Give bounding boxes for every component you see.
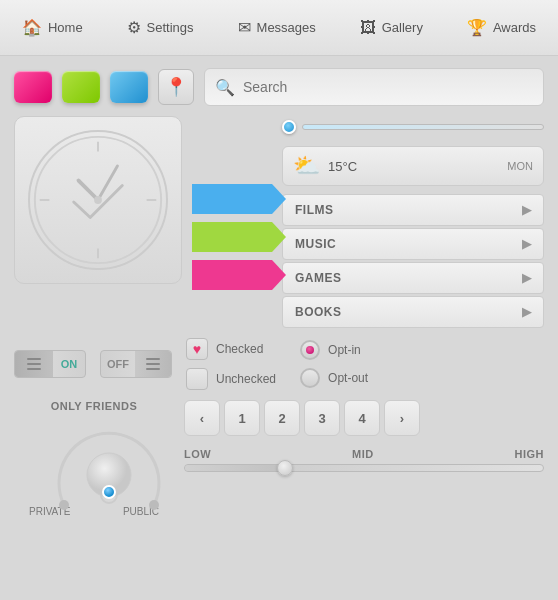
tags-column: [192, 116, 272, 328]
search-input[interactable]: [243, 79, 533, 95]
menu-films-label: FILMS: [295, 203, 334, 217]
location-button[interactable]: 📍: [158, 69, 194, 105]
volume-knob[interactable]: [277, 460, 293, 476]
home-icon: 🏠: [22, 18, 42, 37]
clock-face: [28, 130, 168, 270]
toggle-line-1: [27, 358, 41, 360]
slider-track[interactable]: [302, 124, 544, 130]
books-arrow-icon: ▶: [522, 305, 532, 319]
toggle-off-knob: [142, 354, 164, 374]
pagination-volume-panel: ‹ 1 2 3 4 › LOW MID HIGH: [184, 400, 544, 472]
checkbox-checked[interactable]: ♥: [186, 338, 208, 360]
search-icon: 🔍: [215, 78, 235, 97]
nav-messages[interactable]: ✉ Messages: [228, 10, 326, 45]
volume-low-label: LOW: [184, 448, 211, 460]
menu-music-label: MUSIC: [295, 237, 336, 251]
clock-widget: [14, 116, 182, 284]
menu-item-films[interactable]: FILMS ▶: [282, 194, 544, 226]
pagination-page-1[interactable]: 1: [224, 400, 260, 436]
green-button[interactable]: [62, 71, 100, 103]
svg-line-5: [79, 181, 98, 200]
pagination-page-3[interactable]: 3: [304, 400, 340, 436]
knob-title: ONLY FRIENDS: [51, 400, 138, 412]
nav-awards-label: Awards: [493, 20, 536, 35]
row-clock-menu: ⛅ 15°C MON FILMS ▶ MUSIC ▶ GAMES ▶: [14, 116, 544, 328]
weather-widget: ⛅ 15°C MON: [282, 146, 544, 186]
tag-green[interactable]: [192, 222, 272, 252]
toggle-line-2: [27, 363, 41, 365]
settings-icon: ⚙: [127, 18, 141, 37]
location-icon: 📍: [165, 76, 187, 98]
radio-optout-label: Opt-out: [328, 371, 368, 385]
menu-item-games[interactable]: GAMES ▶: [282, 262, 544, 294]
gallery-icon: 🖼: [360, 19, 376, 37]
toggle-line-b: [146, 363, 160, 365]
pagination-prev[interactable]: ‹: [184, 400, 220, 436]
knob-svg-wrap: [44, 420, 144, 500]
pagination: ‹ 1 2 3 4 ›: [184, 400, 544, 436]
row-controls: ON OFF ♥ Checked Unchec: [14, 338, 544, 390]
menu-item-books[interactable]: BOOKS ▶: [282, 296, 544, 328]
slider-handle[interactable]: [282, 120, 296, 134]
row-buttons-search: 📍 🔍: [14, 68, 544, 106]
toggle-line-a: [146, 358, 160, 360]
pink-button[interactable]: [14, 71, 52, 103]
weather-temperature: 15°C: [328, 159, 499, 174]
menu-books-label: BOOKS: [295, 305, 342, 319]
games-arrow-icon: ▶: [522, 271, 532, 285]
toggle-on[interactable]: ON: [14, 350, 86, 378]
nav-gallery-label: Gallery: [382, 20, 423, 35]
music-arrow-icon: ▶: [522, 237, 532, 251]
volume-track[interactable]: [184, 464, 544, 472]
tag-pink[interactable]: [192, 260, 272, 290]
checkbox-checked-label: Checked: [216, 342, 263, 356]
volume-labels: LOW MID HIGH: [184, 448, 544, 460]
left-panel: [14, 116, 272, 328]
radio-optout[interactable]: [300, 368, 320, 388]
nav-home[interactable]: 🏠 Home: [12, 10, 93, 45]
nav-awards[interactable]: 🏆 Awards: [457, 10, 546, 45]
toggle-off-label: OFF: [101, 358, 135, 370]
radio-optin-row: Opt-in: [300, 340, 368, 360]
menu-list: FILMS ▶ MUSIC ▶ GAMES ▶ BOOKS ▶: [282, 194, 544, 328]
knob-svg: [44, 420, 174, 520]
toggle-on-label: ON: [53, 358, 85, 370]
checkbox-unchecked[interactable]: [186, 368, 208, 390]
svg-point-8: [59, 500, 69, 510]
messages-icon: ✉: [238, 18, 251, 37]
volume-panel: LOW MID HIGH: [184, 448, 544, 472]
tag-blue[interactable]: [192, 184, 272, 214]
checkbox-checked-row: ♥ Checked: [186, 338, 276, 360]
radio-optin-label: Opt-in: [328, 343, 361, 357]
blue-button[interactable]: [110, 71, 148, 103]
right-panel: ⛅ 15°C MON FILMS ▶ MUSIC ▶ GAMES ▶: [282, 116, 544, 328]
weather-day: MON: [507, 160, 533, 172]
toggle-line-3: [27, 368, 41, 370]
menu-item-music[interactable]: MUSIC ▶: [282, 228, 544, 260]
volume-mid-label: MID: [352, 448, 374, 460]
checkmark-icon: ♥: [193, 341, 201, 357]
volume-high-label: HIGH: [515, 448, 545, 460]
checkbox-unchecked-label: Unchecked: [216, 372, 276, 386]
nav-messages-label: Messages: [257, 20, 316, 35]
radio-optin-dot: [306, 346, 314, 354]
checkbox-group: ♥ Checked Unchecked: [186, 338, 276, 390]
radio-optout-row: Opt-out: [300, 368, 368, 388]
clock-svg: [30, 130, 166, 270]
nav-settings[interactable]: ⚙ Settings: [117, 10, 204, 45]
knob-panel: ONLY FRIENDS: [14, 400, 174, 517]
toggle-on-track: [15, 351, 53, 377]
radio-optin[interactable]: [300, 340, 320, 360]
toggle-off[interactable]: OFF: [100, 350, 172, 378]
row-knob-pagination: ONLY FRIENDS: [14, 400, 544, 517]
pagination-page-2[interactable]: 2: [264, 400, 300, 436]
pagination-next[interactable]: ›: [384, 400, 420, 436]
nav-settings-label: Settings: [147, 20, 194, 35]
nav-gallery[interactable]: 🖼 Gallery: [350, 11, 433, 45]
pagination-page-4[interactable]: 4: [344, 400, 380, 436]
main-content: 📍 🔍: [0, 56, 558, 529]
menu-games-label: GAMES: [295, 271, 342, 285]
toggle-off-track: [135, 351, 171, 377]
navbar: 🏠 Home ⚙ Settings ✉ Messages 🖼 Gallery 🏆…: [0, 0, 558, 56]
nav-home-label: Home: [48, 20, 83, 35]
